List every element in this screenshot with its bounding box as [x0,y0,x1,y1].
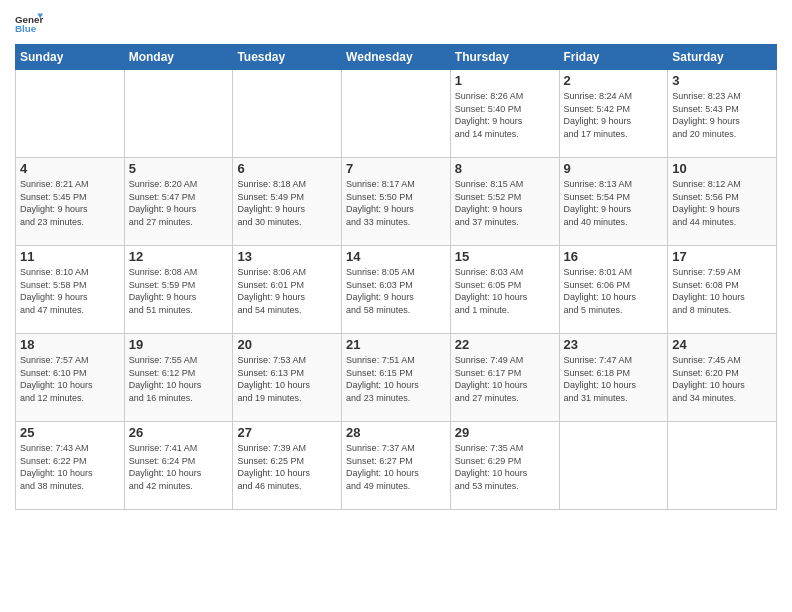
day-number: 15 [455,249,555,264]
day-cell: 1Sunrise: 8:26 AM Sunset: 5:40 PM Daylig… [450,70,559,158]
day-cell [668,422,777,510]
day-cell: 12Sunrise: 8:08 AM Sunset: 5:59 PM Dayli… [124,246,233,334]
day-number: 16 [564,249,664,264]
day-number: 6 [237,161,337,176]
day-info: Sunrise: 8:18 AM Sunset: 5:49 PM Dayligh… [237,178,337,228]
day-number: 4 [20,161,120,176]
day-number: 1 [455,73,555,88]
day-cell: 4Sunrise: 8:21 AM Sunset: 5:45 PM Daylig… [16,158,125,246]
day-number: 2 [564,73,664,88]
day-info: Sunrise: 7:45 AM Sunset: 6:20 PM Dayligh… [672,354,772,404]
day-cell: 7Sunrise: 8:17 AM Sunset: 5:50 PM Daylig… [342,158,451,246]
day-info: Sunrise: 8:10 AM Sunset: 5:58 PM Dayligh… [20,266,120,316]
day-number: 13 [237,249,337,264]
day-number: 14 [346,249,446,264]
day-cell: 6Sunrise: 8:18 AM Sunset: 5:49 PM Daylig… [233,158,342,246]
day-info: Sunrise: 7:49 AM Sunset: 6:17 PM Dayligh… [455,354,555,404]
col-header-wednesday: Wednesday [342,45,451,70]
week-row-4: 25Sunrise: 7:43 AM Sunset: 6:22 PM Dayli… [16,422,777,510]
day-cell: 23Sunrise: 7:47 AM Sunset: 6:18 PM Dayli… [559,334,668,422]
day-info: Sunrise: 8:26 AM Sunset: 5:40 PM Dayligh… [455,90,555,140]
logo: General Blue [15,10,47,38]
day-cell [16,70,125,158]
day-cell: 8Sunrise: 8:15 AM Sunset: 5:52 PM Daylig… [450,158,559,246]
day-info: Sunrise: 8:01 AM Sunset: 6:06 PM Dayligh… [564,266,664,316]
day-cell: 3Sunrise: 8:23 AM Sunset: 5:43 PM Daylig… [668,70,777,158]
day-cell: 20Sunrise: 7:53 AM Sunset: 6:13 PM Dayli… [233,334,342,422]
col-header-friday: Friday [559,45,668,70]
day-cell [559,422,668,510]
day-info: Sunrise: 7:47 AM Sunset: 6:18 PM Dayligh… [564,354,664,404]
day-cell: 9Sunrise: 8:13 AM Sunset: 5:54 PM Daylig… [559,158,668,246]
day-cell: 28Sunrise: 7:37 AM Sunset: 6:27 PM Dayli… [342,422,451,510]
day-cell: 21Sunrise: 7:51 AM Sunset: 6:15 PM Dayli… [342,334,451,422]
day-cell: 13Sunrise: 8:06 AM Sunset: 6:01 PM Dayli… [233,246,342,334]
day-number: 17 [672,249,772,264]
day-number: 7 [346,161,446,176]
day-info: Sunrise: 8:21 AM Sunset: 5:45 PM Dayligh… [20,178,120,228]
day-info: Sunrise: 8:17 AM Sunset: 5:50 PM Dayligh… [346,178,446,228]
day-cell: 26Sunrise: 7:41 AM Sunset: 6:24 PM Dayli… [124,422,233,510]
header: General Blue [15,10,777,38]
col-header-saturday: Saturday [668,45,777,70]
day-number: 27 [237,425,337,440]
day-cell: 24Sunrise: 7:45 AM Sunset: 6:20 PM Dayli… [668,334,777,422]
col-header-monday: Monday [124,45,233,70]
day-number: 25 [20,425,120,440]
day-info: Sunrise: 8:08 AM Sunset: 5:59 PM Dayligh… [129,266,229,316]
day-number: 26 [129,425,229,440]
col-header-thursday: Thursday [450,45,559,70]
day-info: Sunrise: 8:24 AM Sunset: 5:42 PM Dayligh… [564,90,664,140]
day-number: 20 [237,337,337,352]
day-number: 8 [455,161,555,176]
day-cell: 19Sunrise: 7:55 AM Sunset: 6:12 PM Dayli… [124,334,233,422]
day-cell: 5Sunrise: 8:20 AM Sunset: 5:47 PM Daylig… [124,158,233,246]
day-number: 19 [129,337,229,352]
day-cell: 11Sunrise: 8:10 AM Sunset: 5:58 PM Dayli… [16,246,125,334]
page: General Blue SundayMondayTuesdayWednesda… [0,0,792,612]
day-info: Sunrise: 8:20 AM Sunset: 5:47 PM Dayligh… [129,178,229,228]
day-number: 29 [455,425,555,440]
day-number: 24 [672,337,772,352]
day-info: Sunrise: 7:43 AM Sunset: 6:22 PM Dayligh… [20,442,120,492]
day-cell: 14Sunrise: 8:05 AM Sunset: 6:03 PM Dayli… [342,246,451,334]
day-cell: 18Sunrise: 7:57 AM Sunset: 6:10 PM Dayli… [16,334,125,422]
day-cell [233,70,342,158]
day-cell [342,70,451,158]
day-info: Sunrise: 7:51 AM Sunset: 6:15 PM Dayligh… [346,354,446,404]
day-info: Sunrise: 8:05 AM Sunset: 6:03 PM Dayligh… [346,266,446,316]
day-info: Sunrise: 8:12 AM Sunset: 5:56 PM Dayligh… [672,178,772,228]
week-row-1: 4Sunrise: 8:21 AM Sunset: 5:45 PM Daylig… [16,158,777,246]
day-info: Sunrise: 7:59 AM Sunset: 6:08 PM Dayligh… [672,266,772,316]
day-number: 5 [129,161,229,176]
day-number: 9 [564,161,664,176]
day-info: Sunrise: 8:03 AM Sunset: 6:05 PM Dayligh… [455,266,555,316]
day-info: Sunrise: 7:53 AM Sunset: 6:13 PM Dayligh… [237,354,337,404]
week-row-3: 18Sunrise: 7:57 AM Sunset: 6:10 PM Dayli… [16,334,777,422]
day-info: Sunrise: 7:35 AM Sunset: 6:29 PM Dayligh… [455,442,555,492]
day-cell: 15Sunrise: 8:03 AM Sunset: 6:05 PM Dayli… [450,246,559,334]
day-cell [124,70,233,158]
header-row: SundayMondayTuesdayWednesdayThursdayFrid… [16,45,777,70]
day-number: 3 [672,73,772,88]
day-info: Sunrise: 8:13 AM Sunset: 5:54 PM Dayligh… [564,178,664,228]
calendar-table: SundayMondayTuesdayWednesdayThursdayFrid… [15,44,777,510]
day-info: Sunrise: 7:37 AM Sunset: 6:27 PM Dayligh… [346,442,446,492]
day-cell: 10Sunrise: 8:12 AM Sunset: 5:56 PM Dayli… [668,158,777,246]
day-number: 28 [346,425,446,440]
day-info: Sunrise: 7:39 AM Sunset: 6:25 PM Dayligh… [237,442,337,492]
day-number: 23 [564,337,664,352]
svg-text:Blue: Blue [15,23,37,34]
day-info: Sunrise: 8:15 AM Sunset: 5:52 PM Dayligh… [455,178,555,228]
day-cell: 2Sunrise: 8:24 AM Sunset: 5:42 PM Daylig… [559,70,668,158]
day-cell: 16Sunrise: 8:01 AM Sunset: 6:06 PM Dayli… [559,246,668,334]
col-header-tuesday: Tuesday [233,45,342,70]
day-info: Sunrise: 7:57 AM Sunset: 6:10 PM Dayligh… [20,354,120,404]
col-header-sunday: Sunday [16,45,125,70]
day-cell: 25Sunrise: 7:43 AM Sunset: 6:22 PM Dayli… [16,422,125,510]
day-info: Sunrise: 7:41 AM Sunset: 6:24 PM Dayligh… [129,442,229,492]
day-cell: 22Sunrise: 7:49 AM Sunset: 6:17 PM Dayli… [450,334,559,422]
day-info: Sunrise: 8:23 AM Sunset: 5:43 PM Dayligh… [672,90,772,140]
day-cell: 27Sunrise: 7:39 AM Sunset: 6:25 PM Dayli… [233,422,342,510]
day-cell: 29Sunrise: 7:35 AM Sunset: 6:29 PM Dayli… [450,422,559,510]
